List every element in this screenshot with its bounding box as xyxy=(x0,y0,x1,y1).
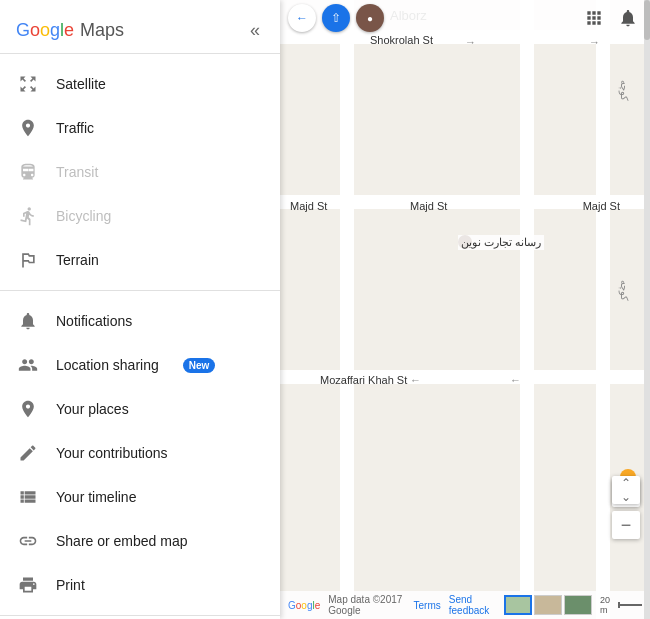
traffic-icon xyxy=(16,116,40,140)
notifications-label: Notifications xyxy=(56,313,132,329)
google-logo-bottom: Google xyxy=(288,600,320,611)
map-data-text: Map data ©2017 Google xyxy=(328,594,405,616)
poi-label: رسانه تجارت نوین xyxy=(458,235,544,250)
zoom-scale: 20 m xyxy=(600,595,642,615)
maps-label: Maps xyxy=(80,20,124,41)
map-thumb-terrain[interactable] xyxy=(534,595,562,615)
map-thumb-default[interactable] xyxy=(504,595,532,615)
logo-text: Google xyxy=(16,20,74,41)
transit-icon xyxy=(16,160,40,184)
map-area[interactable]: Shokrolah St Majd St Majd St Majd St Moz… xyxy=(280,0,650,619)
new-badge: New xyxy=(183,358,216,373)
your-places-label: Your places xyxy=(56,401,129,417)
your-timeline-label: Your timeline xyxy=(56,489,136,505)
vertical-street-3 xyxy=(596,0,610,619)
google-maps-logo: Google Maps xyxy=(16,20,124,41)
sidebar-item-notifications[interactable]: Notifications xyxy=(0,299,280,343)
collapse-sidebar-button[interactable]: « xyxy=(246,16,264,45)
side-label-2: کوچه xyxy=(619,280,630,301)
sidebar-item-your-contributions[interactable]: Your contributions xyxy=(0,431,280,475)
sidebar-header: Google Maps « xyxy=(0,0,280,54)
mozaffari-label: Mozaffari Khah St xyxy=(320,374,407,386)
sidebar-item-transit: Transit xyxy=(0,150,280,194)
zoom-out-button[interactable]: − xyxy=(612,511,640,539)
back-button[interactable]: ← xyxy=(288,4,316,32)
person-share-icon xyxy=(16,353,40,377)
expand-button-container: ⌃⌄ xyxy=(612,476,640,504)
terrain-icon xyxy=(16,248,40,272)
sidebar-item-traffic[interactable]: Traffic xyxy=(0,106,280,150)
expand-button[interactable]: ⌃⌄ xyxy=(612,476,640,504)
poi-nav-button[interactable]: ● xyxy=(356,4,384,32)
map-bottom-bar: Google Map data ©2017 Google Terms Send … xyxy=(280,591,650,619)
edit-icon xyxy=(16,441,40,465)
bicycling-icon xyxy=(16,204,40,228)
street-arrow-2: → xyxy=(589,36,600,48)
satellite-icon xyxy=(16,72,40,96)
bell-icon xyxy=(16,309,40,333)
print-icon xyxy=(16,573,40,597)
map-top-bar: ← ⇧ ● xyxy=(280,0,650,36)
map-canvas: Shokrolah St Majd St Majd St Majd St Moz… xyxy=(280,0,650,619)
street-arrow-3: ← xyxy=(410,374,421,386)
feedback-link[interactable]: Send feedback xyxy=(449,594,496,616)
terms-link[interactable]: Terms xyxy=(414,600,441,611)
map-thumbnails xyxy=(504,595,592,615)
bicycling-label: Bicycling xyxy=(56,208,111,224)
account-section: Notifications Location sharing New Your … xyxy=(0,291,280,616)
location-sharing-label: Location sharing xyxy=(56,357,159,373)
sidebar-item-location-sharing[interactable]: Location sharing New xyxy=(0,343,280,387)
timeline-icon xyxy=(16,485,40,509)
map-layers-section: Satellite Traffic Transit Bicycling xyxy=(0,54,280,291)
sidebar-item-satellite[interactable]: Satellite xyxy=(0,62,280,106)
your-contributions-label: Your contributions xyxy=(56,445,168,461)
transit-label: Transit xyxy=(56,164,98,180)
notification-button[interactable] xyxy=(614,4,642,32)
sidebar-item-print[interactable]: Print xyxy=(0,563,280,607)
print-label: Print xyxy=(56,577,85,593)
link-icon xyxy=(16,529,40,553)
traffic-label: Traffic xyxy=(56,120,94,136)
majd-label-2: Majd St xyxy=(410,200,447,212)
vertical-street-1 xyxy=(340,0,354,619)
side-label-1: کوچه xyxy=(619,80,630,101)
majd-label-3: Majd St xyxy=(583,200,620,212)
sidebar-item-share-embed[interactable]: Share or embed map xyxy=(0,519,280,563)
street-arrow-4: ← xyxy=(510,374,521,386)
sidebar-item-bicycling: Bicycling xyxy=(0,194,280,238)
terrain-label: Terrain xyxy=(56,252,99,268)
app-container: Google Maps « Satellite Traffic xyxy=(0,0,650,619)
grid-button[interactable] xyxy=(580,4,608,32)
street-arrow-1: → xyxy=(465,36,476,48)
sidebar-item-your-timeline[interactable]: Your timeline xyxy=(0,475,280,519)
satellite-label: Satellite xyxy=(56,76,106,92)
svg-rect-1 xyxy=(618,602,620,608)
directions-button[interactable]: ⇧ xyxy=(322,4,350,32)
vertical-street-2 xyxy=(520,0,534,619)
majd-label-1: Majd St xyxy=(290,200,327,212)
map-thumb-satellite[interactable] xyxy=(564,595,592,615)
share-embed-label: Share or embed map xyxy=(56,533,188,549)
svg-rect-0 xyxy=(618,604,642,606)
sidebar-item-your-places[interactable]: Your places xyxy=(0,387,280,431)
sidebar-item-terrain[interactable]: Terrain xyxy=(0,238,280,282)
pin-icon xyxy=(16,397,40,421)
sidebar: Google Maps « Satellite Traffic xyxy=(0,0,280,619)
